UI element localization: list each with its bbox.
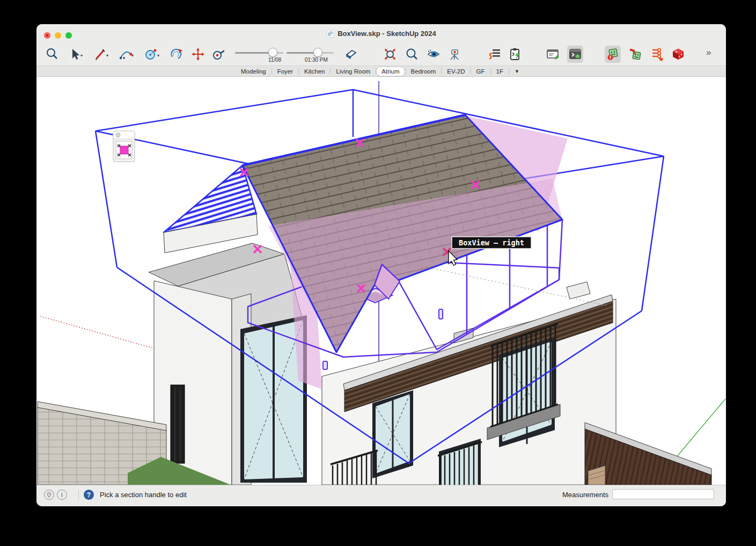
boxview-palette[interactable]	[113, 131, 135, 162]
line-tool-button[interactable]: ▾	[92, 46, 108, 63]
select-caret-icon[interactable]: ▾	[80, 53, 83, 58]
tape-measure-tool-button[interactable]	[210, 46, 226, 63]
geolocation-icon[interactable]	[44, 490, 54, 500]
red-cube-icon	[671, 47, 685, 61]
zoom-tool-button[interactable]	[403, 46, 420, 63]
shadow-date-slider[interactable]: 11/08	[235, 47, 284, 63]
sketchup-window: BoxView.skp - SketchUp 2024 ▾ ▾ ▾ ▾	[36, 24, 726, 506]
zoom-extents-button[interactable]	[382, 46, 398, 63]
viewport[interactable]: BoxView — right	[36, 77, 726, 485]
style-list-icon	[488, 47, 502, 61]
handle-tooltip-text: BoxView — right	[459, 238, 524, 247]
pencil-icon	[93, 47, 107, 61]
arc-caret-icon[interactable]: ▾	[131, 53, 134, 58]
search-tool-button[interactable]	[44, 46, 60, 63]
extension-warning-icon	[606, 47, 620, 61]
scene-tab-bedroom[interactable]: Bedroom	[406, 67, 441, 76]
shadow-time-label: 01:30 PM	[305, 57, 328, 63]
sketchup-doc-icon	[326, 30, 334, 38]
tab-separator	[490, 68, 491, 74]
tab-separator	[330, 68, 331, 74]
outline-tree-icon	[650, 47, 664, 61]
scene-tabs-more-button[interactable]: ▼	[510, 68, 524, 75]
boxview-tool-icon	[120, 146, 128, 154]
zoom-extents-icon	[383, 47, 397, 61]
extension-warning-button[interactable]	[605, 46, 621, 63]
extension-fix-button[interactable]	[628, 46, 644, 63]
tab-separator	[471, 68, 471, 74]
tab-separator	[271, 68, 272, 74]
arc-tool-button[interactable]: ▾	[118, 46, 134, 63]
move-icon	[191, 47, 205, 61]
position-camera-icon	[447, 47, 461, 61]
tab-separator	[509, 68, 509, 74]
shadow-date-slider-thumb[interactable]	[268, 48, 277, 57]
handle-tooltip: BoxView — right	[452, 237, 531, 249]
arc-icon	[119, 47, 133, 61]
circle-caret-icon[interactable]: ▾	[157, 53, 159, 58]
palette-close-button[interactable]	[116, 133, 120, 137]
rotate-tool-button[interactable]	[168, 46, 185, 63]
search-icon	[45, 47, 59, 61]
tab-separator	[405, 68, 406, 74]
look-around-button[interactable]	[425, 46, 442, 63]
measurements-input[interactable]	[612, 489, 714, 499]
circle-icon	[144, 47, 158, 61]
help-icon[interactable]: ?	[84, 490, 94, 500]
title-bar[interactable]: BoxView.skp - SketchUp 2024	[36, 24, 726, 44]
eye-icon	[427, 47, 441, 61]
credits-info-icon[interactable]: i	[57, 490, 67, 500]
scene-tab-1f[interactable]: 1F	[491, 67, 508, 76]
eraser-tool-button[interactable]	[343, 46, 359, 63]
status-message: Pick a section handle to edit	[100, 491, 187, 499]
scene-tab-atrium[interactable]: Atrium	[377, 67, 404, 76]
outliner-button[interactable]	[649, 46, 665, 63]
console-button[interactable]	[567, 46, 583, 63]
tab-separator	[376, 68, 376, 74]
window-title: BoxView.skp - SketchUp 2024	[36, 30, 726, 38]
tab-separator	[298, 68, 299, 74]
circle-tool-button[interactable]: ▾	[143, 46, 159, 63]
run-script-button[interactable]	[507, 46, 523, 63]
script-editor-button[interactable]	[545, 46, 561, 63]
shadow-time-slider[interactable]: 01:30 PM	[287, 47, 335, 63]
scene-tabs-bar: Modeling Foyer Kitchen Living Room Atriu…	[36, 65, 726, 77]
script-editor-icon	[546, 47, 560, 61]
scene-tab-foyer[interactable]: Foyer	[273, 67, 298, 76]
zoom-icon	[405, 47, 419, 61]
select-tool-button[interactable]: ▾	[67, 46, 83, 63]
status-bar: i ? Pick a section handle to edit Measur…	[36, 485, 726, 506]
scene-tab-kitchen[interactable]: Kitchen	[299, 67, 329, 76]
red-axis	[40, 316, 167, 352]
tab-separator	[441, 68, 442, 74]
toolbar-overflow-chevron[interactable]: »	[706, 47, 710, 58]
shadow-date-label: 11/08	[268, 57, 281, 63]
clipboard-run-icon	[508, 47, 522, 61]
eraser-icon	[344, 47, 358, 61]
line-caret-icon[interactable]: ▾	[106, 53, 108, 58]
rotate-icon	[170, 47, 184, 61]
position-camera-button[interactable]	[446, 46, 463, 63]
scene-tab-modeling[interactable]: Modeling	[236, 67, 271, 76]
move-tool-button[interactable]	[190, 46, 206, 63]
console-icon	[568, 47, 582, 61]
style-manager-button[interactable]	[487, 46, 503, 63]
shadow-time-slider-thumb[interactable]	[313, 48, 322, 57]
scene-tab-gf[interactable]: GF	[472, 67, 490, 76]
viewport-canvas[interactable]: BoxView — right	[36, 77, 726, 485]
main-toolbar: ▾ ▾ ▾ ▾ 11/08 01:30	[36, 44, 726, 65]
tape-measure-icon	[211, 47, 225, 61]
status-divider	[78, 490, 79, 500]
select-arrow-icon	[68, 47, 82, 61]
extension-hammer-icon	[629, 47, 643, 61]
scene-tab-ev-2d[interactable]: EV-2D	[442, 67, 469, 76]
measurements-label: Measurements	[562, 491, 608, 499]
plugin-cube-button[interactable]	[670, 46, 686, 63]
scene-tab-living-room[interactable]: Living Room	[331, 67, 375, 76]
